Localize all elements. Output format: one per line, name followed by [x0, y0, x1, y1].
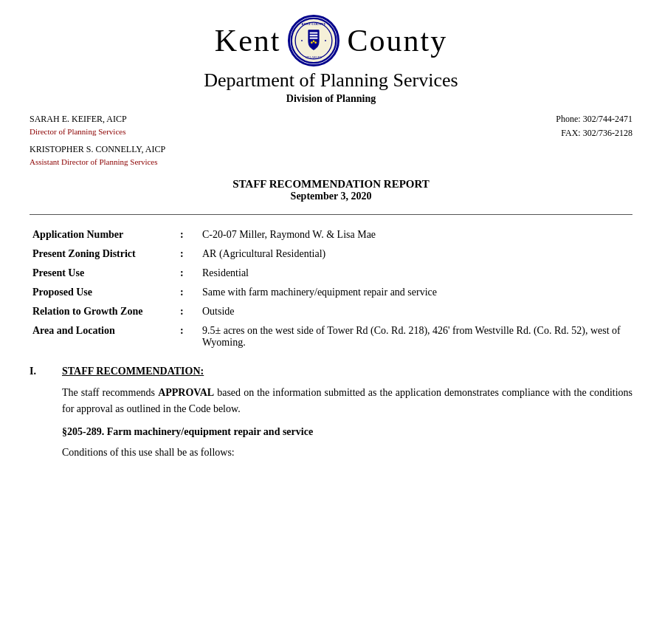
proposed-use-value: Same with farm machinery/equipment repai…: [199, 283, 632, 302]
application-value: C-20-07 Miller, Raymond W. & Lisa Mae: [199, 225, 632, 244]
person2-name: KRISTOPHER S. CONNELLY, AICP: [30, 143, 165, 156]
report-date: September 3, 2020: [30, 191, 632, 202]
section1-subsection-title: §205-289. Farm machinery/equipment repai…: [62, 424, 632, 440]
fax-label: FAX: 302/736-2128: [556, 126, 632, 140]
table-row: Application Number : C-20-07 Miller, Ray…: [30, 225, 632, 244]
table-row: Proposed Use : Same with farm machinery/…: [30, 283, 632, 302]
divider: [30, 214, 632, 215]
title-county: County: [347, 23, 447, 58]
present-use-colon: :: [177, 264, 199, 283]
title-kent: Kent: [215, 23, 281, 58]
proposed-use-colon: :: [177, 283, 199, 302]
phone-label: Phone: 302/744-2471: [556, 112, 632, 126]
info-table: Application Number : C-20-07 Miller, Ray…: [30, 225, 632, 352]
section1-paragraph1: The staff recommends APPROVAL based on t…: [62, 385, 632, 417]
section1-body: The staff recommends APPROVAL based on t…: [62, 385, 632, 461]
application-colon: :: [177, 225, 199, 244]
svg-rect-2: [310, 32, 318, 33]
staff-left: SARAH E. KEIFER, AICP Director of Planni…: [30, 112, 165, 168]
svg-point-10: [302, 40, 303, 41]
section1-title: STAFF RECOMMENDATION:: [62, 366, 204, 377]
section1-para1-pre: The staff recommends: [62, 387, 158, 398]
area-label: Area and Location: [30, 321, 177, 352]
area-colon: :: [177, 321, 199, 352]
report-title-block: STAFF RECOMMENDATION REPORT September 3,…: [30, 178, 632, 202]
division-title: Division of Planning: [30, 93, 632, 105]
staff-right: Phone: 302/744-2471 FAX: 302/736-2128: [556, 112, 632, 140]
application-label: Application Number: [30, 225, 177, 244]
svg-point-5: [311, 41, 313, 44]
zoning-colon: :: [177, 244, 199, 264]
section1-conditions-intro: Conditions of this use shall be as follo…: [62, 445, 632, 461]
table-row: Relation to Growth Zone : Outside: [30, 302, 632, 321]
dept-title: Department of Planning Services: [30, 69, 632, 92]
header-top: Kent KENT COUNTY DELAW: [30, 15, 632, 66]
staff-info-row: SARAH E. KEIFER, AICP Director of Planni…: [30, 112, 632, 168]
person2-title: Assistant Director of Planning Services: [30, 156, 165, 168]
section1-para1-bold: APPROVAL: [158, 387, 214, 398]
section1-header: I. STAFF RECOMMENDATION:: [30, 366, 632, 377]
svg-text:KENT COUNTY: KENT COUNTY: [302, 22, 327, 26]
section1-num: I.: [30, 366, 52, 377]
proposed-use-label: Proposed Use: [30, 283, 177, 302]
svg-point-6: [313, 41, 315, 43]
seal-svg: KENT COUNTY DELAWARE: [290, 15, 337, 66]
svg-point-7: [315, 41, 317, 44]
county-seal: KENT COUNTY DELAWARE: [288, 15, 339, 66]
zoning-label: Present Zoning District: [30, 244, 177, 264]
report-main-title: STAFF RECOMMENDATION REPORT: [30, 178, 632, 191]
growth-zone-colon: :: [177, 302, 199, 321]
zoning-value: AR (Agricultural Residential): [199, 244, 632, 264]
table-row: Present Zoning District : AR (Agricultur…: [30, 244, 632, 264]
area-value: 9.5± acres on the west side of Tower Rd …: [199, 321, 632, 352]
svg-point-11: [325, 40, 327, 41]
header-section: Kent KENT COUNTY DELAW: [30, 15, 632, 105]
person1-title: Director of Planning Services: [30, 126, 165, 138]
growth-zone-label: Relation to Growth Zone: [30, 302, 177, 321]
svg-text:DELAWARE: DELAWARE: [306, 55, 323, 59]
person1-name: SARAH E. KEIFER, AICP: [30, 112, 165, 126]
table-row: Present Use : Residential: [30, 264, 632, 283]
present-use-label: Present Use: [30, 264, 177, 283]
growth-zone-value: Outside: [199, 302, 632, 321]
present-use-value: Residential: [199, 264, 632, 283]
svg-rect-4: [310, 38, 318, 39]
table-row: Area and Location : 9.5± acres on the we…: [30, 321, 632, 352]
svg-rect-3: [310, 35, 318, 36]
